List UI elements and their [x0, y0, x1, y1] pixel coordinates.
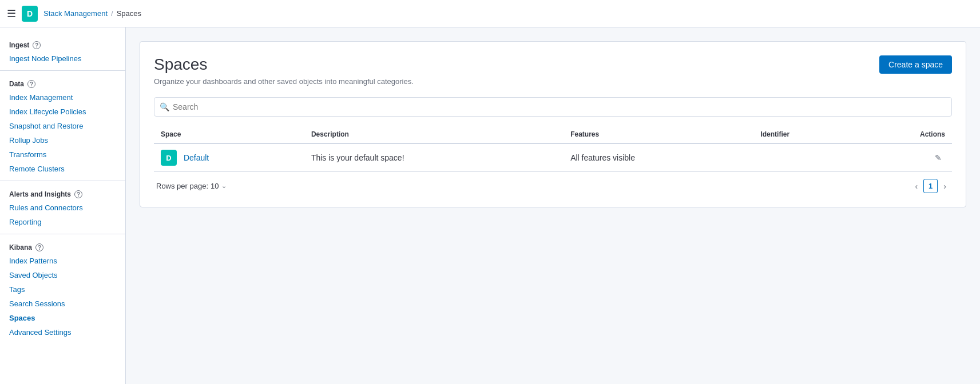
col-header-features: Features [564, 126, 753, 143]
edit-space-button[interactable]: ✎ [931, 151, 945, 165]
prev-page-button[interactable]: ‹ [911, 179, 921, 193]
rows-per-page[interactable]: Rows per page: 10 ⌄ [156, 182, 227, 190]
breadcrumb: Stack Management / Spaces [43, 9, 141, 18]
sidebar-section-header-alerts-and-insights: Alerts and Insights? [0, 186, 125, 201]
hamburger-icon[interactable]: ☰ [7, 7, 16, 20]
sidebar-item-saved-objects[interactable]: Saved Objects [0, 268, 125, 282]
space-cell: D Default [154, 143, 304, 172]
sidebar-item-index-patterns[interactable]: Index Patterns [0, 254, 125, 268]
table-header-row: Space Description Features Identifier Ac… [154, 126, 952, 143]
topbar: ☰ D Stack Management / Spaces [0, 0, 980, 27]
sidebar-item-search-sessions[interactable]: Search Sessions [0, 297, 125, 311]
sidebar-item-index-lifecycle-policies[interactable]: Index Lifecycle Policies [0, 105, 125, 119]
description-cell: This is your default space! [304, 143, 564, 172]
col-header-description: Description [304, 126, 564, 143]
col-header-actions: Actions [858, 126, 952, 143]
pagination-bar: Rows per page: 10 ⌄ ‹ 1 › [154, 172, 952, 193]
sidebar-divider [0, 234, 125, 234]
card-header: Spaces Organize your dashboards and othe… [154, 55, 952, 86]
sidebar-item-ingest-node-pipelines[interactable]: Ingest Node Pipelines [0, 51, 125, 66]
rows-per-page-value: 10 [211, 182, 219, 190]
col-header-space: Space [154, 126, 304, 143]
breadcrumb-parent[interactable]: Stack Management [43, 9, 108, 18]
help-icon-kibana[interactable]: ? [35, 243, 43, 251]
create-space-button[interactable]: Create a space [879, 55, 952, 74]
sidebar-item-transforms[interactable]: Transforms [0, 147, 125, 162]
sidebar-item-snapshot-and-restore[interactable]: Snapshot and Restore [0, 119, 125, 133]
sidebar-section-label-ingest: Ingest [9, 41, 29, 49]
spaces-card: Spaces Organize your dashboards and othe… [140, 41, 966, 207]
table-head: Space Description Features Identifier Ac… [154, 126, 952, 143]
help-icon-alerts-and-insights[interactable]: ? [74, 190, 82, 198]
sidebar-section-label-alerts-and-insights: Alerts and Insights [9, 190, 71, 198]
search-wrapper: 🔍 [154, 97, 952, 117]
sidebar-item-rollup-jobs[interactable]: Rollup Jobs [0, 133, 125, 147]
spaces-table: Space Description Features Identifier Ac… [154, 126, 952, 172]
sidebar-item-rules-and-connectors[interactable]: Rules and Connectors [0, 201, 125, 215]
sidebar-item-remote-clusters[interactable]: Remote Clusters [0, 162, 125, 176]
rows-per-page-label: Rows per page: [156, 182, 208, 190]
sidebar-item-index-management[interactable]: Index Management [0, 90, 125, 105]
sidebar-section-label-kibana: Kibana [9, 243, 32, 251]
col-header-identifier: Identifier [753, 126, 857, 143]
next-page-button[interactable]: › [940, 179, 950, 193]
sidebar-section-header-ingest: Ingest? [0, 37, 125, 51]
sidebar-divider [0, 70, 125, 71]
main-content: Spaces Organize your dashboards and othe… [126, 27, 980, 384]
sidebar-section-data: Data?Index ManagementIndex Lifecycle Pol… [0, 75, 125, 181]
table-row: D Default This is your default space!All… [154, 143, 952, 172]
sidebar-item-reporting[interactable]: Reporting [0, 215, 125, 229]
card-title-block: Spaces Organize your dashboards and othe… [154, 55, 414, 86]
breadcrumb-current: Spaces [117, 9, 141, 18]
table-body: D Default This is your default space!All… [154, 143, 952, 172]
sidebar-section-label-data: Data [9, 80, 24, 88]
page-layout: Ingest?Ingest Node PipelinesData?Index M… [0, 27, 980, 384]
breadcrumb-separator: / [111, 9, 113, 18]
space-avatar: D [161, 150, 177, 166]
sidebar-section-header-kibana: Kibana? [0, 239, 125, 254]
sidebar-divider [0, 181, 125, 181]
app-logo: D [22, 6, 38, 22]
help-icon-data[interactable]: ? [27, 80, 35, 88]
sidebar-section-kibana: Kibana?Index PatternsSaved ObjectsTagsSe… [0, 239, 125, 339]
sidebar-item-tags[interactable]: Tags [0, 282, 125, 297]
identifier-cell [753, 143, 857, 172]
help-icon-ingest[interactable]: ? [33, 41, 41, 49]
features-cell: All features visible [564, 143, 753, 172]
sidebar-section-ingest: Ingest?Ingest Node Pipelines [0, 37, 125, 71]
actions-cell: ✎ [858, 143, 952, 172]
sidebar-section-header-data: Data? [0, 75, 125, 90]
page-1-button[interactable]: 1 [923, 179, 938, 193]
page-nav: ‹ 1 › [911, 179, 950, 193]
chevron-down-icon: ⌄ [221, 182, 227, 190]
page-subtitle: Organize your dashboards and other saved… [154, 77, 414, 86]
sidebar-item-spaces[interactable]: Spaces [0, 311, 125, 325]
sidebar: Ingest?Ingest Node PipelinesData?Index M… [0, 27, 126, 384]
space-name[interactable]: Default [184, 153, 209, 162]
sidebar-item-advanced-settings[interactable]: Advanced Settings [0, 325, 125, 339]
page-title: Spaces [154, 55, 414, 74]
search-input[interactable] [154, 97, 952, 117]
sidebar-section-alerts-and-insights: Alerts and Insights?Rules and Connectors… [0, 186, 125, 234]
